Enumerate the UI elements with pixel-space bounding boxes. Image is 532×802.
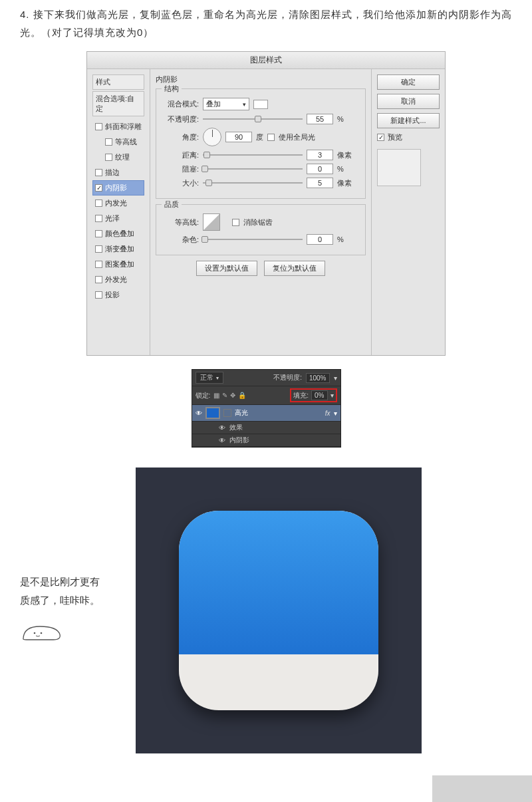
visibility-icon[interactable]: 👁	[219, 437, 225, 444]
size-slider[interactable]	[203, 179, 303, 187]
effect-item-label: 内阴影	[229, 436, 249, 445]
styles-header[interactable]: 样式	[92, 74, 144, 90]
commentary-line2: 质感了，哇咔咔。	[20, 591, 126, 610]
chevron-down-icon[interactable]: ▾	[331, 392, 334, 399]
style-option-6[interactable]: 光泽	[92, 211, 144, 226]
distance-slider[interactable]	[203, 151, 303, 159]
blend-options-header[interactable]: 混合选项:自定	[92, 91, 144, 116]
commentary-line1: 是不是比刚才更有	[20, 573, 126, 592]
style-option-2[interactable]: 纹理	[92, 150, 144, 165]
dialog-left-column: 样式 混合选项:自定 斜面和浮雕等高线纹理描边内阴影内发光光泽颜色叠加渐变叠加图…	[87, 69, 150, 355]
noise-unit: %	[337, 235, 344, 243]
structure-fieldset: 结构 混合模式: 叠加 ▾ 不透明度: 5	[156, 88, 366, 199]
style-option-11[interactable]: 投影	[92, 287, 144, 303]
fx-badge[interactable]: fx	[325, 410, 331, 417]
blend-mode-dropdown[interactable]: 正常 ▾	[196, 372, 223, 384]
effect-inner-shadow-row[interactable]: 👁 内阴影	[192, 434, 340, 447]
style-option-0[interactable]: 斜面和浮雕	[92, 119, 144, 134]
distance-input[interactable]: 3	[307, 150, 333, 160]
choke-unit: %	[337, 165, 344, 173]
lock-transparency-icon[interactable]: ▦	[213, 392, 219, 399]
blend-mode-select[interactable]: 叠加 ▾	[203, 98, 249, 110]
cancel-button[interactable]: 取消	[377, 94, 440, 109]
style-option-checkbox[interactable]	[95, 261, 102, 268]
contour-picker[interactable]	[203, 213, 220, 231]
effects-label: 效果	[229, 423, 243, 432]
choke-slider[interactable]	[203, 165, 303, 173]
style-option-10[interactable]: 外发光	[92, 272, 144, 287]
layer-thumbnail[interactable]	[205, 407, 220, 419]
style-option-checkbox[interactable]	[105, 138, 112, 146]
size-input[interactable]: 5	[307, 178, 333, 188]
lock-move-icon[interactable]: ✥	[230, 392, 235, 399]
new-style-button[interactable]: 新建样式...	[377, 113, 440, 128]
style-option-label: 纹理	[115, 152, 130, 162]
angle-input[interactable]: 90	[225, 132, 252, 142]
structure-legend: 结构	[162, 84, 182, 94]
style-option-checkbox[interactable]	[95, 184, 102, 192]
angle-wheel[interactable]	[203, 128, 221, 146]
dialog-title: 图层样式	[87, 52, 445, 69]
choke-input[interactable]: 0	[307, 164, 333, 174]
opacity-slider[interactable]	[203, 115, 303, 123]
seal-doodle-icon	[20, 620, 126, 649]
chevron-down-icon: ▾	[243, 101, 246, 108]
style-option-4[interactable]: 内阴影	[92, 180, 144, 196]
ok-button[interactable]: 确定	[377, 74, 440, 90]
layer-name[interactable]: 高光	[235, 408, 248, 418]
visibility-icon[interactable]: 👁	[219, 424, 225, 432]
reset-default-button[interactable]: 复位为默认值	[264, 261, 325, 276]
lock-all-icon[interactable]: 🔒	[238, 392, 246, 399]
style-option-label: 描边	[105, 168, 120, 178]
style-option-checkbox[interactable]	[95, 200, 102, 207]
visibility-icon[interactable]: 👁	[196, 410, 202, 417]
style-option-checkbox[interactable]	[95, 291, 102, 299]
chevron-down-icon[interactable]: ▾	[334, 410, 337, 417]
quality-fieldset: 品质 等高线: 消除锯齿 杂色: 0 %	[156, 204, 366, 255]
layer-opacity-value[interactable]: 100%	[306, 373, 330, 383]
style-option-7[interactable]: 颜色叠加	[92, 226, 144, 241]
preview-checkbox[interactable]	[377, 134, 384, 141]
noise-label: 杂色:	[163, 235, 199, 245]
lock-icons[interactable]: ▦ ✎ ✥ 🔒	[213, 392, 246, 399]
style-option-3[interactable]: 描边	[92, 165, 144, 180]
style-option-checkbox[interactable]	[95, 169, 102, 176]
distance-label: 距离:	[163, 150, 199, 160]
opacity-label: 不透明度:	[163, 114, 199, 124]
effects-row[interactable]: 👁 效果	[192, 422, 340, 434]
layer-row-highlight[interactable]: 👁 高光 fx ▾	[192, 405, 340, 422]
style-option-checkbox[interactable]	[95, 230, 102, 237]
panel-title: 内阴影	[156, 74, 366, 84]
noise-slider[interactable]	[203, 235, 303, 243]
layer-opacity-label: 不透明度:	[273, 373, 302, 382]
mask-thumbnail[interactable]	[223, 409, 231, 417]
style-option-checkbox[interactable]	[95, 245, 102, 253]
chevron-down-icon[interactable]: ▾	[334, 374, 337, 382]
style-option-8[interactable]: 渐变叠加	[92, 241, 144, 257]
style-option-checkbox[interactable]	[105, 154, 112, 161]
style-option-checkbox[interactable]	[95, 123, 102, 130]
blend-color-swatch[interactable]	[253, 100, 268, 109]
noise-input[interactable]: 0	[307, 234, 333, 245]
preview-label: 预览	[388, 132, 402, 142]
style-option-label: 光泽	[105, 213, 120, 223]
fill-value[interactable]: 0%	[311, 390, 327, 400]
global-light-label: 使用全局光	[279, 132, 315, 142]
angle-label: 角度:	[163, 132, 199, 142]
style-option-checkbox[interactable]	[95, 276, 102, 283]
set-default-button[interactable]: 设置为默认值	[196, 261, 257, 276]
dialog-right-column: 确定 取消 新建样式... 预览	[372, 69, 445, 355]
antialias-checkbox[interactable]	[232, 219, 239, 226]
style-option-1[interactable]: 等高线	[92, 134, 144, 150]
result-canvas	[136, 468, 422, 753]
opacity-unit: %	[337, 115, 344, 123]
style-option-checkbox[interactable]	[95, 215, 102, 222]
quality-legend: 品质	[162, 200, 182, 209]
lock-paint-icon[interactable]: ✎	[222, 392, 227, 399]
style-option-5[interactable]: 内发光	[92, 196, 144, 211]
opacity-input[interactable]: 55	[307, 114, 333, 124]
global-light-checkbox[interactable]	[267, 134, 275, 141]
style-option-9[interactable]: 图案叠加	[92, 257, 144, 272]
style-option-label: 颜色叠加	[105, 229, 134, 239]
chevron-down-icon: ▾	[216, 375, 219, 381]
